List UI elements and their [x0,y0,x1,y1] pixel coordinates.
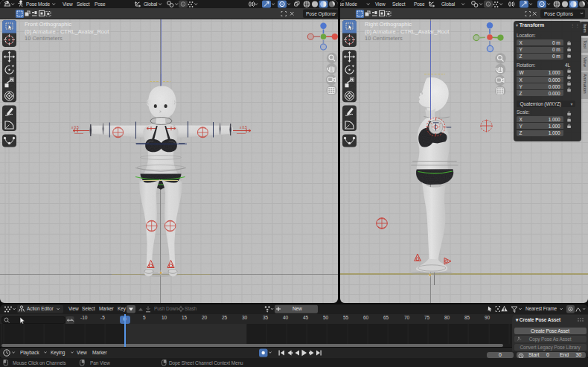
svg-text:x 0.5: x 0.5 [71,126,79,130]
svg-text:Pose Options: Pose Options [306,11,336,17]
svg-text:x 0.5: x 0.5 [240,126,247,130]
svg-text:Pose Options: Pose Options [544,11,574,17]
